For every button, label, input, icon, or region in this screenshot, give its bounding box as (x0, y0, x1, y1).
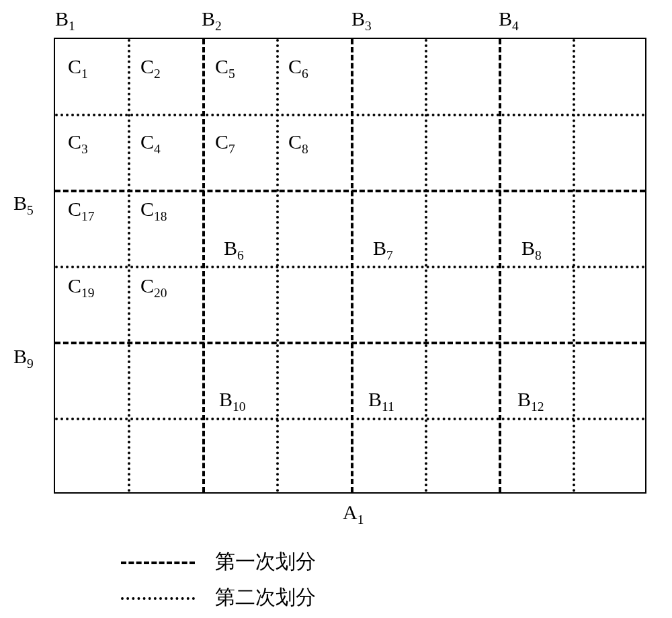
a-label: A1 (343, 501, 364, 527)
b-label-top: B3 (351, 7, 372, 34)
b-label-mid: B11 (368, 388, 394, 414)
legend-text-second: 第二次划分 (215, 584, 316, 611)
c-label: C20 (140, 274, 167, 301)
b-label-top: B1 (55, 7, 75, 34)
c-label: C7 (215, 130, 235, 157)
b-label-mid: B8 (521, 237, 542, 263)
b-label-mid: B7 (373, 237, 393, 263)
b-label-mid: B12 (517, 388, 544, 414)
legend-line-second (121, 597, 195, 600)
legend-text-first: 第一次划分 (215, 548, 316, 576)
c-label: C18 (140, 198, 167, 224)
c-label: C5 (215, 55, 235, 81)
b-label-top: B2 (202, 7, 222, 34)
c-label: C6 (288, 55, 308, 81)
c-label: C2 (140, 55, 161, 81)
c-label: C19 (68, 274, 95, 301)
c-label: C3 (68, 130, 88, 157)
c-label: C8 (288, 130, 308, 157)
c-label: C17 (68, 198, 95, 224)
b-label-mid: B6 (224, 237, 244, 263)
b-label-left: B5 (13, 192, 34, 218)
c-label: C4 (140, 130, 161, 157)
c-label: C1 (68, 55, 88, 81)
legend-line-first (121, 562, 195, 564)
b-label-top: B4 (499, 7, 519, 34)
b-label-mid: B10 (219, 388, 246, 414)
b-label-left: B9 (13, 345, 34, 371)
